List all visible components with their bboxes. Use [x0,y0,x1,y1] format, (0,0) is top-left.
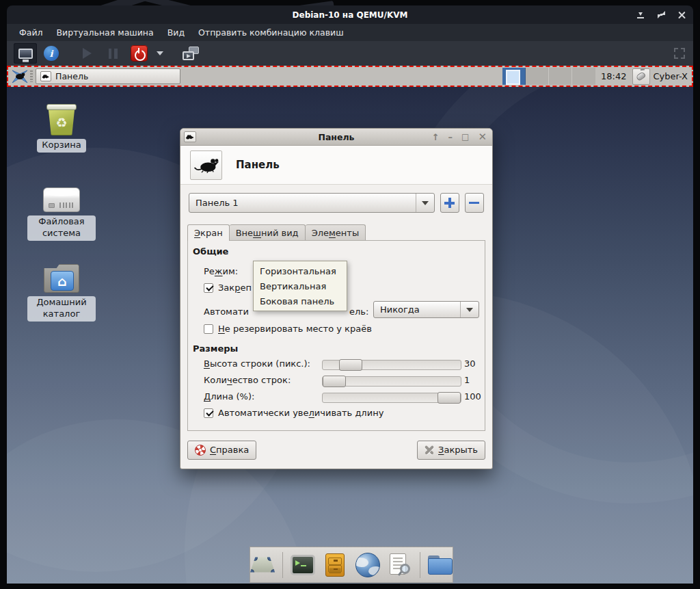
lock-panel-checkbox-row[interactable]: Закреп [204,283,252,293]
workspace-3[interactable] [549,68,572,85]
tab-display[interactable]: Экран [187,224,230,241]
web-browser-launcher[interactable] [355,552,380,578]
mouse-tool-icon [636,71,647,81]
chevron-down-icon [157,51,163,55]
host-window-title: Debian-10 на QEMU/KVM [293,10,408,20]
file-manager-launcher[interactable] [428,552,453,578]
shade-icon[interactable]: ↑ [432,133,440,142]
autohide-value: Никогда [380,304,420,315]
displays-button[interactable] [179,43,202,64]
shutdown-button[interactable] [127,43,150,64]
globe-icon [355,553,380,577]
reserve-space-label: Не резервировать место у краёв [218,324,372,334]
tab-appearance[interactable]: Внешний вид [230,224,306,240]
terminal-icon [291,555,315,575]
user-label[interactable]: Cyber-X [654,71,690,81]
row-count-slider[interactable] [322,376,461,387]
workspace-2[interactable] [526,68,549,85]
monitor-icon [18,49,33,59]
panel-select-value: Панель 1 [196,198,239,208]
length-slider[interactable] [322,393,461,403]
section-general: Общие [193,246,228,257]
tab-items[interactable]: Элементы [306,224,366,240]
tab-content-frame: Общие Режим: Закреп Автомати ель: Никогд… [187,240,485,431]
combo-arrow [460,302,479,317]
autogrow-checkbox[interactable] [204,408,213,418]
lock-panel-checkbox[interactable] [204,283,213,293]
dialog-close-icon[interactable]: ✕ [478,132,487,142]
autogrow-label: Автоматически увеличивать длину [218,408,383,418]
dialog-maximize-icon[interactable]: □ [461,133,469,141]
xfce-logo-frame [190,150,222,180]
help-button[interactable]: Справка [187,441,256,460]
virt-manager-window: Debian-10 на QEMU/KVM Файл Виртуальная м… [7,5,693,584]
minus-icon [469,202,479,205]
vm-details-button[interactable]: i [40,43,63,64]
dialog-heading: Панель [236,159,280,171]
autohide-combobox[interactable]: Никогда [373,301,479,318]
add-panel-button[interactable] [440,193,459,213]
menu-item-horizontal[interactable]: Горизонтальная [254,263,346,278]
dialog-titlebar-icon [184,131,196,142]
row-count-label: Количество строк: [204,375,291,385]
maximize-icon[interactable] [656,10,666,20]
shutdown-menu-button[interactable] [153,43,167,64]
minimize-icon[interactable] [636,10,645,20]
home-folder-icon: ⌂ [44,264,79,293]
run-button[interactable] [75,43,98,64]
autogrow-checkbox-row[interactable]: Автоматически увеличивать длину [204,408,383,418]
help-icon [195,445,206,456]
console-button[interactable] [14,43,37,64]
mode-dropdown-menu: Горизонтальная Вертикальная Боковая пане… [253,261,347,311]
menu-send-key[interactable]: Отправить комбинацию клавиш [191,25,351,40]
reserve-space-checkbox-row[interactable]: Не резервировать место у краёв [204,324,372,334]
dialog-titlebar[interactable]: Панель ↑ – □ ✕ [180,129,492,146]
plus-icon [444,198,455,208]
menu-item-deskbar[interactable]: Боковая панель [254,293,346,309]
applications-menu-button[interactable] [10,68,29,85]
desktop-icon-trash[interactable]: ♻ Корзина [26,104,97,153]
panel-select-combobox[interactable]: Панель 1 [189,193,435,213]
dialog-title: Панель [318,132,354,142]
dock-separator [420,552,420,578]
power-icon [131,45,148,62]
desktop-icon-filesystem[interactable]: Файловая система [26,182,97,241]
row-height-slider[interactable] [322,360,461,370]
taskbar-button-label: Панель [55,71,88,81]
workspace-1[interactable] [502,68,526,85]
menu-virtual-machine[interactable]: Виртуальная машина [50,25,161,40]
menu-file[interactable]: Файл [12,25,50,40]
row-height-value: 30 [464,358,476,369]
reserve-space-checkbox[interactable] [204,324,213,334]
terminal-launcher[interactable] [291,552,315,578]
menu-view[interactable]: Вид [161,25,191,40]
guest-display: Панель 18:42 Cyber-X ♻ Корзина Файловая … [7,66,693,584]
lock-panel-label: Закреп [218,283,252,293]
row-height-label: Высота строки (пикс.): [204,358,310,369]
slider-handle[interactable] [323,376,346,387]
slider-handle[interactable] [438,392,461,404]
close-button[interactable]: Закрыть [417,441,485,460]
show-desktop-button[interactable] [250,552,275,578]
close-button-label: Закрыть [438,445,478,455]
clock[interactable]: 18:42 [599,71,628,81]
pause-button[interactable] [101,43,124,64]
file-cabinet-launcher[interactable] [323,552,347,578]
close-x-icon [425,445,434,455]
mode-label: Режим: [204,266,238,276]
workspace-4[interactable] [572,68,595,85]
remove-panel-button[interactable] [465,193,484,213]
dialog-minimize-icon[interactable]: – [448,133,453,142]
panel-grip-handle[interactable] [30,70,33,82]
desktop-icon-home[interactable]: ⌂ Домашний каталог [26,261,97,322]
menu-item-vertical[interactable]: Вертикальная [254,278,346,293]
autohide-label-right: ель: [349,306,368,317]
xfce-mouse-icon [193,157,219,173]
mouse-tool-button[interactable] [632,68,650,85]
slider-handle[interactable] [339,359,362,371]
app-finder-launcher[interactable] [388,552,412,578]
close-icon[interactable] [677,10,686,20]
fullscreen-icon[interactable] [674,48,685,59]
taskbar-button-panel[interactable]: Панель [36,68,180,84]
xfce-panel[interactable]: Панель 18:42 Cyber-X [7,66,693,87]
